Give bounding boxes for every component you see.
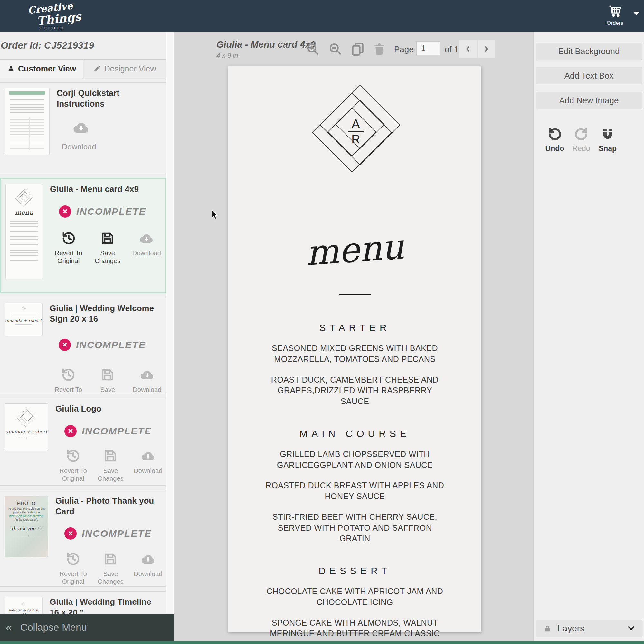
save-label: Save Changes <box>96 570 125 585</box>
list-item-welcome-sign[interactable]: amanda + robert Giulia | Wedding Welcome… <box>0 298 166 393</box>
chevron-down-icon <box>627 624 635 633</box>
download-button[interactable]: Download <box>62 118 100 151</box>
duplicate-page-button[interactable] <box>351 42 365 56</box>
save-label: Save Changes <box>96 467 125 482</box>
thumb-thank-you-script: thank you ♡ <box>5 526 48 532</box>
download-button[interactable]: Download <box>134 448 163 482</box>
canvas-area[interactable]: Giulia - Menu card 4x9 4 x 9 in Page of … <box>174 32 533 644</box>
replace-image-highlight: REPLACE IMAGE BUTTON <box>9 515 44 518</box>
orders-label: Orders <box>603 20 627 26</box>
incomplete-x-icon: ✕ <box>64 527 77 540</box>
page-number-input[interactable] <box>416 41 440 55</box>
next-page-button[interactable] <box>477 40 495 58</box>
collapse-chevrons-icon: « <box>6 621 12 633</box>
cloud-download-icon <box>139 367 155 383</box>
magnet-icon <box>600 127 615 142</box>
item-title: Giulia Logo <box>55 403 163 414</box>
save-changes-button[interactable]: Save Changes <box>92 367 123 393</box>
menu-script-title[interactable]: menu <box>227 221 483 279</box>
download-label: Download <box>131 249 162 257</box>
save-label: Save Changes <box>92 249 123 265</box>
menu-item[interactable]: SPONGE CAKE WITH ALMONDS, WALNUT MERINGU… <box>265 618 445 639</box>
list-item-quickstart[interactable]: Corjl Quickstart Instructions Download <box>0 82 166 173</box>
zoom-in-button[interactable] <box>306 42 320 56</box>
incomplete-x-icon: ✕ <box>64 425 77 437</box>
edit-background-button[interactable]: Edit Background <box>536 43 642 60</box>
menu-divider[interactable] <box>339 294 371 295</box>
add-text-box-button[interactable]: Add Text Box <box>536 67 642 84</box>
welcome-sign-thumbnail[interactable]: amanda + robert <box>5 303 43 336</box>
status-label: INCOMPLETE <box>76 339 146 350</box>
item-title: Corjl Quickstart Instructions <box>57 88 163 109</box>
orders-button[interactable]: Orders <box>603 4 627 26</box>
save-changes-button[interactable]: Save Changes <box>96 448 125 482</box>
menu-item[interactable]: STIR-FRIED BEEF WITH CHERRY SAUCE, SERVE… <box>265 512 445 544</box>
list-item-menu-card[interactable]: menu Giulia - Menu card 4x9 ✕ INCOMPLETE <box>0 178 166 293</box>
menu-item[interactable]: ROASTED DUCK BREAST WITH APPLES AND HONE… <box>265 480 445 502</box>
download-button[interactable]: Download <box>132 367 163 393</box>
page-total-label: of 1 <box>445 44 459 54</box>
list-item-logo[interactable]: amanda + robert ·· ·· ···· | ···· ···· G… <box>0 398 166 486</box>
document-title: Giulia - Menu card 4x9 <box>216 39 316 50</box>
item-title: Giulia - Photo Thank you Card <box>55 496 163 516</box>
revert-to-original-button[interactable]: Revert To Original <box>59 551 88 585</box>
save-changes-button[interactable]: Save Changes <box>92 231 123 265</box>
download-label: Download <box>134 570 163 578</box>
collapse-menu-button[interactable]: « Collapse Menu <box>0 614 174 641</box>
cloud-download-icon <box>72 118 90 137</box>
menu-item[interactable]: CHOCOLATE CAKE WITH APRICOT JAM AND CHOC… <box>265 586 445 608</box>
save-floppy-icon <box>100 231 115 246</box>
section-heading-main-course[interactable]: MAIN COURSE <box>228 428 481 439</box>
collapse-menu-label: Collapse Menu <box>20 622 87 633</box>
thank-you-thumbnail[interactable]: PHOTO To add your photo click on this pi… <box>5 496 48 557</box>
pencil-icon <box>93 65 101 72</box>
design-document[interactable]: A R menu STARTER SEASONED MIXED GREENS W… <box>228 66 481 632</box>
menu-item[interactable]: GRILLED LAMB CHOPSSERVED WITH GARLICEGGP… <box>265 449 445 471</box>
monogram-logo[interactable]: A R <box>228 81 481 181</box>
item-title: Giulia | Wedding Welcome Sign 20 x 16 <box>50 303 163 324</box>
tab-customer-view[interactable]: Customer View <box>0 60 83 78</box>
add-new-image-button[interactable]: Add New Image <box>536 92 642 109</box>
revert-to-original-button[interactable]: Revert To Original <box>53 231 84 265</box>
revert-to-original-button[interactable]: Revert To Original <box>59 448 88 482</box>
list-item-thank-you-card[interactable]: PHOTO To add your photo click on this pi… <box>0 490 166 587</box>
menu-item[interactable]: ROAST DUCK, CAMEMBERT CHEESE AND GRAPES,… <box>265 374 445 407</box>
prev-page-button[interactable] <box>459 40 477 58</box>
tab-customer-label: Customer View <box>18 64 76 73</box>
layers-panel-toggle[interactable]: Layers <box>536 620 642 637</box>
download-button[interactable]: Download <box>131 231 162 265</box>
status-label: INCOMPLETE <box>82 426 152 437</box>
save-floppy-icon <box>103 551 118 567</box>
sidebar-scrollbar[interactable] <box>166 32 174 614</box>
mouse-cursor <box>211 210 219 220</box>
logo-thumbnail[interactable]: amanda + robert ·· ·· ···· | ···· ···· <box>5 403 48 451</box>
account-dropdown-caret[interactable] <box>633 12 639 15</box>
download-label: Download <box>132 386 163 393</box>
person-icon <box>7 65 15 72</box>
tab-designer-view[interactable]: Designer View <box>83 60 166 78</box>
save-label: Save Changes <box>92 386 123 393</box>
section-heading-dessert[interactable]: DESSERT <box>228 565 481 576</box>
snap-button[interactable]: Snap <box>591 127 624 153</box>
menu-item[interactable]: SEASONED MIXED GREENS WITH BAKED MOZZARE… <box>265 343 445 365</box>
revert-label: Revert To Original <box>59 570 88 585</box>
document-size: 4 x 9 in <box>216 52 238 59</box>
status-badge: ✕ INCOMPLETE <box>59 205 162 218</box>
section-heading-starter[interactable]: STARTER <box>228 322 481 333</box>
quickstart-thumbnail[interactable] <box>5 88 50 155</box>
zoom-out-button[interactable] <box>328 42 342 56</box>
menu-card-thumbnail[interactable]: menu <box>5 184 43 279</box>
redo-icon <box>574 127 589 142</box>
save-floppy-icon <box>100 367 115 383</box>
save-changes-button[interactable]: Save Changes <box>96 551 125 585</box>
thumb-menu-script: menu <box>6 209 43 216</box>
monogram-icon <box>21 306 26 311</box>
brand-logo: Creative Things STUDIO <box>28 2 81 30</box>
revert-to-original-button[interactable]: Revert To Original <box>53 367 84 393</box>
tab-designer-label: Designer View <box>104 64 156 73</box>
snap-label: Snap <box>591 144 624 153</box>
download-button[interactable]: Download <box>134 551 163 585</box>
delete-page-button[interactable] <box>372 42 386 56</box>
revert-clock-icon <box>61 367 76 383</box>
monogram-icon <box>16 407 37 428</box>
